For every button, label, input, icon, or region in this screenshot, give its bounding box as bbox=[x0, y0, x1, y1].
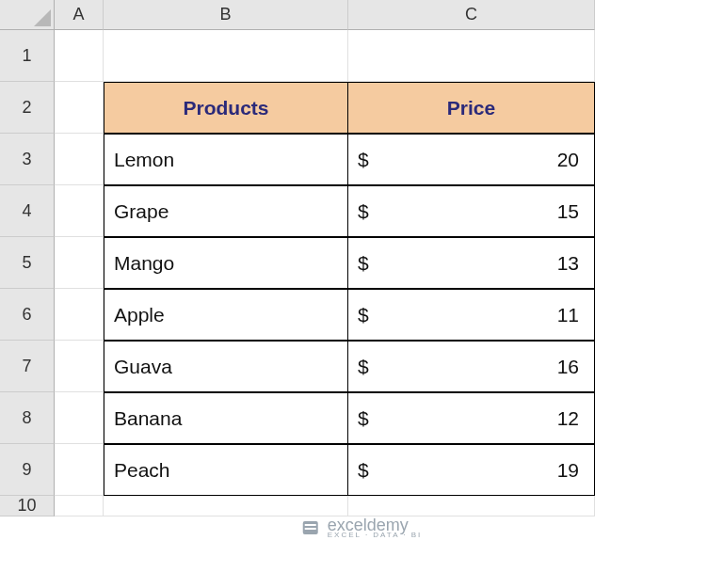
table-row[interactable]: Grape bbox=[104, 185, 348, 237]
table-row[interactable]: Guava bbox=[104, 341, 348, 392]
table-row[interactable]: Peach bbox=[104, 444, 348, 496]
table-header-price[interactable]: Price bbox=[348, 82, 595, 134]
row-header-9[interactable]: 9 bbox=[0, 444, 55, 496]
table-row[interactable]: $ 19 bbox=[348, 444, 595, 496]
logo-icon bbox=[301, 518, 320, 537]
table-row[interactable]: $ 13 bbox=[348, 237, 595, 289]
cell-A6[interactable] bbox=[55, 289, 104, 341]
currency-symbol: $ bbox=[358, 459, 369, 482]
row-header-6[interactable]: 6 bbox=[0, 289, 55, 341]
price-value: 20 bbox=[557, 149, 579, 171]
currency-symbol: $ bbox=[358, 407, 369, 430]
column-header-B[interactable]: B bbox=[104, 0, 348, 30]
table-row[interactable]: $ 12 bbox=[348, 392, 595, 444]
row-header-10[interactable]: 10 bbox=[0, 496, 55, 516]
row-header-1[interactable]: 1 bbox=[0, 30, 55, 82]
price-value: 11 bbox=[557, 304, 579, 326]
table-row[interactable]: $ 11 bbox=[348, 289, 595, 341]
cell-B1[interactable] bbox=[104, 30, 348, 82]
cell-A4[interactable] bbox=[55, 185, 104, 237]
cell-C10[interactable] bbox=[348, 496, 595, 516]
cell-A8[interactable] bbox=[55, 392, 104, 444]
cell-A2[interactable] bbox=[55, 82, 104, 134]
cell-A7[interactable] bbox=[55, 341, 104, 392]
table-row[interactable]: $ 20 bbox=[348, 134, 595, 185]
column-header-C[interactable]: C bbox=[348, 0, 595, 30]
price-value: 13 bbox=[557, 252, 579, 275]
cell-A5[interactable] bbox=[55, 237, 104, 289]
cell-A9[interactable] bbox=[55, 444, 104, 496]
row-header-7[interactable]: 7 bbox=[0, 341, 55, 392]
currency-symbol: $ bbox=[358, 149, 369, 171]
select-all-corner[interactable] bbox=[0, 0, 55, 30]
price-value: 16 bbox=[557, 356, 579, 378]
table-row[interactable]: Lemon bbox=[104, 134, 348, 185]
row-header-2[interactable]: 2 bbox=[0, 82, 55, 134]
cell-A1[interactable] bbox=[55, 30, 104, 82]
price-value: 12 bbox=[557, 407, 579, 430]
cell-A3[interactable] bbox=[55, 134, 104, 185]
watermark-tagline: EXCEL · DATA · BI bbox=[328, 532, 423, 539]
table-row[interactable]: Banana bbox=[104, 392, 348, 444]
row-header-3[interactable]: 3 bbox=[0, 134, 55, 185]
table-header-products[interactable]: Products bbox=[104, 82, 348, 134]
svg-rect-3 bbox=[305, 528, 316, 530]
price-value: 15 bbox=[557, 200, 579, 223]
watermark: exceldemy EXCEL · DATA · BI bbox=[301, 516, 423, 539]
svg-marker-0 bbox=[34, 9, 51, 26]
svg-rect-2 bbox=[305, 524, 316, 526]
table-row[interactable]: Mango bbox=[104, 237, 348, 289]
row-header-8[interactable]: 8 bbox=[0, 392, 55, 444]
cell-B10[interactable] bbox=[104, 496, 348, 516]
cell-A10[interactable] bbox=[55, 496, 104, 516]
table-row[interactable]: $ 16 bbox=[348, 341, 595, 392]
currency-symbol: $ bbox=[358, 252, 369, 275]
row-header-4[interactable]: 4 bbox=[0, 185, 55, 237]
row-header-5[interactable]: 5 bbox=[0, 237, 55, 289]
currency-symbol: $ bbox=[358, 304, 369, 326]
column-header-A[interactable]: A bbox=[55, 0, 104, 30]
table-row[interactable]: $ 15 bbox=[348, 185, 595, 237]
cell-C1[interactable] bbox=[348, 30, 595, 82]
table-row[interactable]: Apple bbox=[104, 289, 348, 341]
spreadsheet-grid: A B C 1 2 Products Price 3 Lemon $ 20 4 … bbox=[0, 0, 723, 516]
currency-symbol: $ bbox=[358, 356, 369, 378]
price-value: 19 bbox=[557, 459, 579, 482]
currency-symbol: $ bbox=[358, 200, 369, 223]
